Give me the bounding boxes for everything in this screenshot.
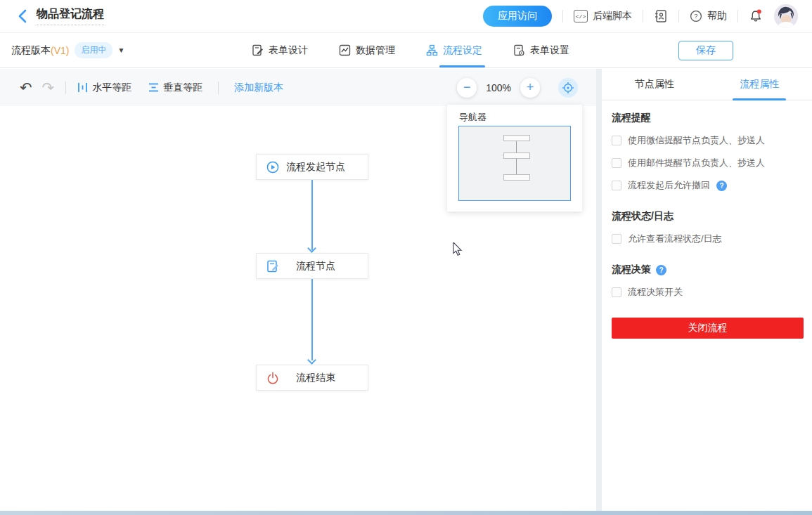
checkbox-decision-switch[interactable]: 流程决策开关: [612, 286, 804, 299]
mouse-cursor: [453, 242, 463, 259]
help-icon[interactable]: ?: [656, 265, 666, 275]
app-access-button[interactable]: 应用访问: [483, 6, 552, 27]
checkbox-icon[interactable]: [612, 136, 621, 145]
play-circle-icon: [266, 161, 279, 174]
question-circle-icon: ?: [690, 10, 702, 22]
main-tabs: 表单设计 数据管理 流程设定 表单设置: [252, 33, 569, 67]
code-icon: </>: [574, 10, 588, 22]
navigator-title: 导航器: [447, 105, 582, 124]
power-icon: [266, 372, 279, 384]
bottom-scrollbar[interactable]: [0, 511, 812, 515]
minimap-node: [503, 135, 530, 141]
minimap-connector: [516, 141, 517, 152]
horizontal-spacing-label: 水平等距: [92, 82, 131, 94]
back-icon[interactable]: [18, 9, 27, 23]
undo-button[interactable]: ↶: [20, 80, 32, 95]
zoom-controls: − 100% +: [457, 78, 578, 98]
vertical-spacing-icon: [148, 82, 159, 93]
close-flow-button[interactable]: 关闭流程: [612, 318, 804, 339]
address-book-icon: [654, 9, 668, 23]
properties-body: 流程提醒 使用微信提醒节点负责人、抄送人 使用邮件提醒节点负责人、抄送人 流程发…: [602, 100, 812, 339]
undo-icon: ↶: [20, 80, 32, 95]
flow-connector: [311, 279, 313, 360]
checkbox-icon[interactable]: [612, 234, 621, 244]
tab-node-properties[interactable]: 节点属性: [602, 69, 707, 100]
version-selector[interactable]: 流程版本 (V1) 启用中 ▼: [11, 42, 124, 58]
properties-tabs: 节点属性 流程属性: [602, 69, 812, 100]
node-flow-step[interactable]: 流程节点: [256, 253, 368, 279]
help-icon[interactable]: ?: [716, 181, 727, 191]
redo-button[interactable]: ↷: [32, 80, 55, 95]
form-settings-icon: [513, 44, 525, 56]
flow-canvas[interactable]: ↶ ↷ 水平等距 垂直等距 添加新版本: [0, 69, 596, 511]
divider: [218, 82, 219, 94]
tab-form-settings[interactable]: 表单设置: [513, 33, 569, 67]
divider: [678, 10, 679, 22]
zoom-level: 100%: [486, 82, 511, 93]
node-label: 流程节点: [279, 260, 358, 273]
tab-flow-settings[interactable]: 流程设定: [426, 33, 482, 67]
contacts-button[interactable]: [654, 9, 668, 23]
flow-connector: [311, 180, 313, 250]
checkbox-icon[interactable]: [612, 287, 621, 297]
checkbox-icon[interactable]: [612, 158, 621, 168]
locate-button[interactable]: [558, 78, 578, 98]
checkbox-label: 流程发起后允许撤回: [628, 179, 710, 192]
tab-label: 数据管理: [356, 44, 395, 57]
divider: [737, 10, 738, 22]
node-flow-end[interactable]: 流程结束: [256, 365, 368, 391]
checkbox-icon[interactable]: [612, 181, 621, 190]
checkbox-label: 使用邮件提醒节点负责人、抄送人: [628, 157, 765, 169]
node-label: 流程发起节点: [279, 161, 358, 174]
checkbox-wechat-remind[interactable]: 使用微信提醒节点负责人、抄送人: [612, 134, 804, 147]
checkbox-allow-view-status[interactable]: 允许查看流程状态/日志: [612, 233, 804, 245]
checkbox-label: 允许查看流程状态/日志: [628, 233, 722, 245]
user-avatar[interactable]: [774, 4, 798, 28]
tab-data-management[interactable]: 数据管理: [339, 33, 395, 67]
divider: [643, 10, 643, 22]
checkbox-allow-withdraw[interactable]: 流程发起后允许撤回 ?: [612, 179, 804, 192]
navigator-minimap[interactable]: [458, 126, 571, 201]
tab-label: 表单设置: [530, 44, 569, 57]
content-area: ↶ ↷ 水平等距 垂直等距 添加新版本: [0, 69, 812, 511]
horizontal-spacing-button[interactable]: 水平等距: [77, 82, 131, 94]
top-header: 物品登记流程 应用访问 </> 后端脚本 ? 帮助: [0, 0, 812, 33]
vertical-spacing-button[interactable]: 垂直等距: [148, 82, 202, 94]
save-button[interactable]: 保存: [678, 41, 733, 60]
zoom-in-button[interactable]: +: [520, 78, 540, 98]
form-design-icon: [252, 44, 264, 56]
arrowhead-icon: [307, 244, 316, 253]
help-button[interactable]: ? 帮助: [690, 10, 727, 22]
checkbox-email-remind[interactable]: 使用邮件提醒节点负责人、抄送人: [612, 157, 804, 169]
backend-script-label: 后端脚本: [593, 10, 632, 22]
notification-bell-button[interactable]: [749, 8, 763, 24]
minimap-node: [503, 152, 530, 159]
checkbox-label: 流程决策开关: [628, 286, 683, 299]
backend-script-button[interactable]: </> 后端脚本: [574, 10, 632, 22]
page-title[interactable]: 物品登记流程: [37, 7, 104, 25]
minimap-node: [503, 174, 530, 181]
notification-dot: [757, 9, 761, 13]
section-flow-decision-title: 流程决策 ?: [612, 263, 804, 276]
help-label: 帮助: [707, 10, 727, 22]
canvas-toolbar: ↶ ↷ 水平等距 垂直等距 添加新版本: [0, 69, 596, 106]
vertical-spacing-label: 垂直等距: [163, 82, 202, 94]
form-edit-icon: [266, 260, 279, 273]
zoom-out-button[interactable]: −: [457, 78, 477, 98]
data-management-icon: [339, 44, 351, 56]
horizontal-spacing-icon: [77, 82, 88, 93]
header-actions: 应用访问 </> 后端脚本 ? 帮助: [483, 4, 798, 28]
arrowhead-icon: [307, 356, 316, 365]
section-flow-status-title: 流程状态/日志: [612, 210, 804, 223]
divider: [562, 10, 563, 22]
tab-label: 流程设定: [443, 44, 482, 57]
tab-form-design[interactable]: 表单设计: [252, 33, 308, 67]
node-flow-start[interactable]: 流程发起节点: [256, 154, 368, 180]
navigator-panel: 导航器: [447, 105, 582, 211]
flow-settings-icon: [426, 44, 438, 56]
add-version-link[interactable]: 添加新版本: [234, 82, 283, 94]
version-number: (V1): [51, 45, 69, 56]
tab-flow-properties[interactable]: 流程属性: [707, 69, 812, 100]
chevron-down-icon[interactable]: ▼: [117, 46, 124, 54]
properties-panel: 节点属性 流程属性 流程提醒 使用微信提醒节点负责人、抄送人 使用邮件提醒节点负…: [602, 69, 812, 511]
